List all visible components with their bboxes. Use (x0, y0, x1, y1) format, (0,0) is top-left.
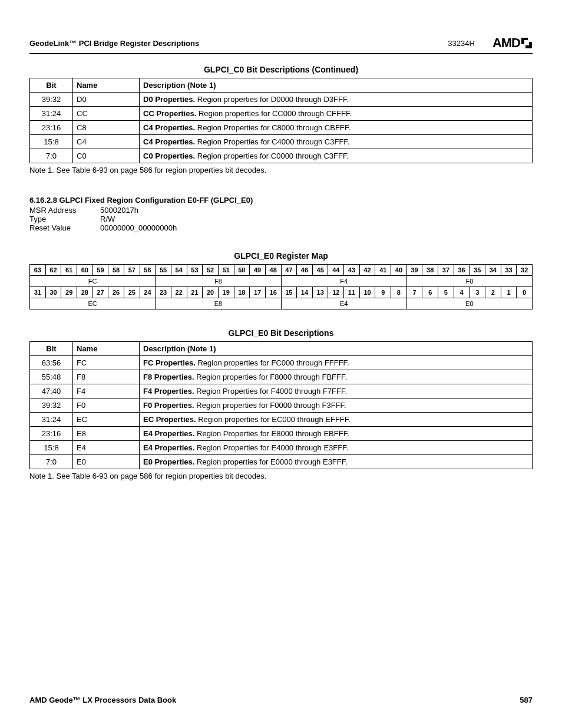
desc-cell: F8 Properties. Region properties for F80… (140, 370, 533, 384)
table-row: 23:16C8C4 Properties. Region Properties … (30, 121, 533, 135)
bit-field-cell: FC (30, 276, 156, 287)
bit-number-cell: 26 (108, 287, 124, 298)
bit-number-cell: 35 (470, 265, 485, 276)
bit-field-cell: E0 (406, 298, 532, 309)
bit-number-cell: 29 (61, 287, 77, 298)
bit-number-cell: 52 (203, 265, 219, 276)
bit-field-cell: E8 (156, 298, 281, 309)
bit-number-cell: 41 (375, 265, 391, 276)
table-row: 47:40F4F4 Properties. Region Properties … (30, 384, 533, 398)
meta-value: R/W (100, 215, 115, 223)
bit-number-cell: 20 (203, 287, 219, 298)
bit-cell: 15:8 (30, 441, 73, 455)
table-row: 39:32F0F0 Properties. Region properties … (30, 398, 533, 413)
bit-number-cell: 47 (281, 265, 297, 276)
bit-number-cell: 57 (124, 265, 140, 276)
table1: Bit Name Description (Note 1) 39:32D0D0 … (29, 78, 533, 163)
bit-number-cell: 58 (108, 265, 124, 276)
bit-number-cell: 48 (265, 265, 281, 276)
bit-number-cell: 24 (140, 287, 156, 298)
desc-cell: D0 Properties. Region properties for D00… (140, 93, 533, 107)
table2-header-desc: Description (Note 1) (140, 342, 533, 356)
bit-cell: 47:40 (30, 384, 73, 398)
bit-number-cell: 31 (30, 287, 46, 298)
desc-cell: CC Properties. Region properties for CC0… (140, 107, 533, 121)
bit-number-cell: 28 (77, 287, 92, 298)
table-row: 15:8C4C4 Properties. Region Properties f… (30, 135, 533, 149)
bit-number-cell: 2 (485, 287, 501, 298)
bit-number-cell: 40 (391, 265, 407, 276)
bit-number-cell: 51 (218, 265, 234, 276)
table-row: 31:24CCCC Properties. Region properties … (30, 107, 533, 121)
amd-logo: AMD (492, 35, 533, 51)
bit-number-cell: 56 (140, 265, 156, 276)
name-cell: C8 (73, 121, 140, 135)
desc-cell: EC Properties. Region properties for EC0… (140, 413, 533, 427)
bit-number-cell: 16 (265, 287, 281, 298)
bit-number-cell: 54 (171, 265, 187, 276)
bit-cell: 15:8 (30, 135, 73, 149)
bit-number-cell: 15 (281, 287, 297, 298)
table-row: 63:56FCFC Properties. Region properties … (30, 356, 533, 370)
table-row: 23:16E8E4 Properties. Region Properties … (30, 427, 533, 441)
name-cell: D0 (73, 93, 140, 107)
bit-number-cell: 11 (344, 287, 360, 298)
bit-number-cell: 14 (297, 287, 313, 298)
bit-number-cell: 36 (454, 265, 470, 276)
bit-number-cell: 32 (517, 265, 533, 276)
bit-number-cell: 22 (171, 287, 187, 298)
desc-cell: C4 Properties. Region Properties for C40… (140, 135, 533, 149)
bit-number-cell: 10 (359, 287, 375, 298)
bit-number-cell: 13 (312, 287, 328, 298)
bit-number-cell: 0 (517, 287, 533, 298)
desc-cell: C4 Properties. Region Properties for C80… (140, 121, 533, 135)
desc-cell: F4 Properties. Region Properties for F40… (140, 384, 533, 398)
table-row: 39:32D0D0 Properties. Region properties … (30, 93, 533, 107)
meta-label: Type (29, 215, 100, 223)
bit-field-cell: F8 (156, 276, 281, 287)
bit-number-cell: 38 (422, 265, 438, 276)
section-heading: 6.16.2.8 GLPCI Fixed Region Configuratio… (29, 196, 533, 205)
bit-field-cell: F4 (281, 276, 406, 287)
name-cell: CC (73, 107, 140, 121)
name-cell: FC (73, 356, 140, 370)
bit-number-cell: 46 (297, 265, 313, 276)
bit-number-cell: 25 (124, 287, 140, 298)
bit-field-cell: E4 (281, 298, 406, 309)
table1-title: GLPCI_C0 Bit Descriptions (Continued) (29, 65, 533, 74)
bit-number-cell: 7 (406, 287, 422, 298)
page-footer: AMD Geode™ LX Processors Data Book 587 (29, 695, 533, 704)
bit-number-cell: 5 (438, 287, 454, 298)
footer-left: AMD Geode™ LX Processors Data Book (29, 696, 176, 704)
bit-number-cell: 44 (328, 265, 344, 276)
name-cell: E4 (73, 441, 140, 455)
bit-field-cell: EC (30, 298, 156, 309)
section-meta: MSR Address50002017hTypeR/WReset Value00… (29, 206, 533, 232)
table1-note: Note 1. See Table 6-93 on page 586 for r… (29, 166, 533, 174)
bit-number-cell: 39 (406, 265, 422, 276)
bit-number-cell: 17 (250, 287, 266, 298)
bit-number-cell: 37 (438, 265, 454, 276)
bit-number-cell: 19 (218, 287, 234, 298)
bit-number-cell: 45 (312, 265, 328, 276)
table-row: 15:8E4E4 Properties. Region Properties f… (30, 441, 533, 455)
bit-number-cell: 23 (156, 287, 171, 298)
meta-label: MSR Address (29, 206, 100, 215)
table1-header-desc: Description (Note 1) (140, 78, 533, 93)
bit-number-cell: 9 (375, 287, 391, 298)
table-row: 55:48F8F8 Properties. Region properties … (30, 370, 533, 384)
name-cell: F4 (73, 384, 140, 398)
name-cell: E0 (73, 455, 140, 469)
bit-cell: 7:0 (30, 455, 73, 469)
desc-cell: E0 Properties. Region properties for E00… (140, 455, 533, 469)
table-row: 31:24ECEC Properties. Region properties … (30, 413, 533, 427)
bit-number-cell: 59 (92, 265, 108, 276)
bit-number-cell: 55 (156, 265, 171, 276)
footer-page-number: 587 (520, 696, 533, 704)
bit-number-cell: 8 (391, 287, 407, 298)
table-row: 7:0E0E0 Properties. Region properties fo… (30, 455, 533, 469)
table2-note: Note 1. See Table 6-93 on page 586 for r… (29, 472, 533, 480)
desc-cell: C0 Properties. Region properties for C00… (140, 149, 533, 163)
table2-title: GLPCI_E0 Bit Descriptions (29, 328, 533, 338)
table1-header-name: Name (73, 78, 140, 93)
